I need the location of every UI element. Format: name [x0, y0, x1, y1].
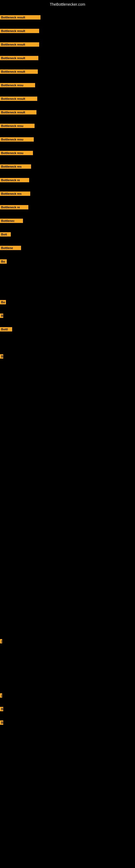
bottleneck-result-label: Bottleneck result	[0, 97, 37, 101]
bottleneck-result-label: Bottleneck res	[0, 191, 30, 196]
bottleneck-result-label: Bottleneck resu	[0, 151, 33, 155]
bottleneck-result-label: Bottlene	[0, 246, 21, 250]
site-title: TheBottlenecker.com	[0, 0, 135, 9]
bottleneck-result-label: B	[0, 354, 3, 359]
bottleneck-result-label: Bo	[0, 259, 7, 264]
bottleneck-result-label: Bottleneck result	[0, 56, 38, 60]
bottleneck-result-label: Bottleneck re	[0, 205, 28, 209]
bottleneck-result-label: Bott	[0, 232, 11, 237]
bottleneck-result-label: |	[0, 693, 2, 698]
bottleneck-result-label: Bo	[0, 300, 6, 304]
bottleneck-result-label: B	[0, 720, 3, 725]
bottleneck-result-label: |	[0, 639, 2, 643]
bottleneck-result-label: B	[0, 707, 3, 711]
bottleneck-result-label: Bottleneck result	[0, 29, 39, 33]
bottleneck-result-label: B	[0, 314, 3, 318]
bottleneck-result-label: Bottleneck result	[0, 42, 39, 46]
bottleneck-result-label: Bottleneck result	[0, 69, 38, 74]
bottleneck-result-label: Bottlenec	[0, 219, 23, 223]
bottleneck-result-label: Bottleneck res	[0, 164, 31, 169]
bottleneck-result-label: Bottleneck result	[0, 110, 37, 115]
bottleneck-result-label: Bottleneck resu	[0, 124, 35, 128]
bottleneck-result-label: Bottl	[0, 327, 12, 332]
bottleneck-result-label: Bottleneck re	[0, 178, 29, 182]
bottleneck-result-label: Bottleneck result	[0, 15, 41, 20]
bottleneck-result-label: Bottleneck resu	[0, 137, 34, 142]
bottleneck-result-label: Bottleneck resu	[0, 83, 35, 87]
